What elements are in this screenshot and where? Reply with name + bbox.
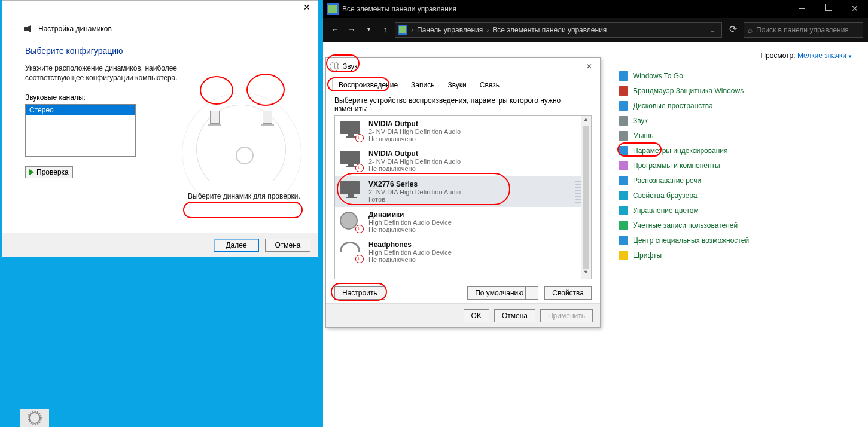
cp-item-label: Windows To Go: [633, 72, 683, 80]
device-row[interactable]: VX2776 Series2- NVIDIA High Definition A…: [335, 176, 591, 207]
wizard-header: ← Настройка динамиков: [2, 17, 318, 33]
audio-channels-list[interactable]: Стерео: [25, 104, 136, 157]
device-sub: 2- NVIDIA High Definition Audio: [368, 158, 461, 165]
channel-option-stereo[interactable]: Стерео: [26, 105, 135, 115]
ok-button[interactable]: OK: [464, 309, 489, 322]
cp-item[interactable]: Свойства браузера: [619, 188, 856, 203]
device-name: NVIDIA Output: [368, 150, 461, 158]
cancel-button[interactable]: Отмена: [494, 309, 535, 322]
device-row[interactable]: HeadphonesHigh Definition Audio DeviceНе…: [335, 237, 591, 267]
scroll-up-button[interactable]: ▲: [581, 116, 591, 126]
cp-item[interactable]: Центр специальных возможностей: [619, 233, 856, 248]
unplugged-badge-icon: [355, 255, 364, 263]
device-status: Не подключено: [368, 226, 452, 233]
wizard-title: Выберите конфигурацию: [25, 46, 303, 56]
device-sub: High Definition Audio Device: [368, 219, 452, 226]
search-box[interactable]: Поиск в панели управления: [744, 22, 863, 38]
device-sub: 2- NVIDIA High Definition Audio: [368, 128, 461, 135]
nav-up-button[interactable]: ↑: [378, 23, 392, 37]
cancel-button[interactable]: Отмена: [265, 239, 310, 252]
scrollbar[interactable]: ▲ ▼: [581, 116, 591, 279]
wizard-footer: Далее Отмена: [2, 233, 318, 257]
wizard-close-button[interactable]: ✕: [299, 1, 315, 15]
cp-item-icon: [619, 71, 628, 81]
unplugged-badge-icon: [355, 225, 364, 233]
device-icon: [340, 212, 363, 232]
set-default-label: По умолчанию: [475, 289, 523, 297]
cp-item-icon: [619, 221, 628, 230]
taskbar-settings-icon[interactable]: [20, 409, 49, 427]
search-placeholder: Поиск в панели управления: [756, 26, 849, 34]
cp-item-icon: [619, 116, 628, 126]
cp-item[interactable]: Дисковые пространства: [619, 98, 856, 113]
cp-item-icon: [619, 251, 628, 260]
play-icon: [29, 169, 34, 175]
device-row[interactable]: ДинамикиHigh Definition Audio DeviceНе п…: [335, 207, 591, 237]
scroll-down-button[interactable]: ▼: [581, 269, 591, 279]
cp-item-label: Параметры индексирования: [633, 147, 727, 155]
cp-titlebar[interactable]: Все элементы панели управления ✕: [323, 0, 868, 18]
device-row[interactable]: NVIDIA Output2- NVIDIA High Definition A…: [335, 116, 591, 146]
refresh-button[interactable]: ⟳: [724, 22, 741, 38]
device-status: Не подключено: [368, 165, 461, 172]
cp-item-label: Брандмауэр Защитника Windows: [633, 87, 744, 95]
device-icon: [340, 151, 363, 171]
cp-item[interactable]: Программы и компоненты: [619, 158, 856, 173]
device-row[interactable]: NVIDIA Output2- NVIDIA High Definition A…: [335, 146, 591, 176]
unplugged-badge-icon: [355, 134, 364, 142]
tab-recording[interactable]: Запись: [404, 78, 441, 92]
cp-item-icon: [619, 191, 628, 200]
cp-item[interactable]: Распознавание речи: [619, 173, 856, 188]
cp-titlebar-text: Все элементы панели управления: [342, 5, 456, 13]
nav-history-button[interactable]: ▾: [361, 23, 376, 37]
device-name: NVIDIA Output: [368, 120, 461, 128]
control-panel-window: Все элементы панели управления ✕ ← → ▾ ↑…: [323, 0, 868, 427]
address-bar[interactable]: › Панель управления › Все элементы панел…: [395, 22, 722, 38]
test-button[interactable]: Проверка: [25, 166, 73, 178]
view-value[interactable]: Мелкие значки: [797, 51, 846, 60]
device-status: Не подключено: [368, 135, 461, 142]
cp-item[interactable]: Windows To Go: [619, 68, 856, 83]
breadcrumb-2[interactable]: Все элементы панели управления: [492, 26, 607, 34]
sound-titlebar[interactable]: Звук ✕: [326, 58, 600, 75]
set-default-button[interactable]: По умолчанию: [467, 286, 538, 300]
cp-body: Просмотр: Мелкие значки▼ Windows To GoБр…: [323, 42, 868, 427]
speaker-left-icon[interactable]: [207, 111, 223, 131]
window-maximize-button[interactable]: [815, 0, 842, 18]
window-close-button[interactable]: ✕: [842, 0, 868, 18]
cp-item[interactable]: Шрифты: [619, 248, 856, 263]
sound-tabs: Воспроизведение Запись Звуки Связь: [326, 77, 600, 92]
chevron-down-icon: [529, 292, 534, 295]
cp-item[interactable]: Брандмауэр Защитника Windows: [619, 83, 856, 98]
tab-communications[interactable]: Связь: [473, 78, 506, 92]
sound-dialog: Звук ✕ Воспроизведение Запись Звуки Связ…: [325, 57, 601, 328]
apply-button[interactable]: Применить: [540, 309, 593, 322]
cp-item[interactable]: Управление цветом: [619, 203, 856, 218]
properties-button[interactable]: Свойства: [544, 286, 592, 300]
configure-button[interactable]: Настроить: [334, 286, 385, 300]
cp-item-label: Шрифты: [633, 251, 662, 260]
device-list[interactable]: NVIDIA Output2- NVIDIA High Definition A…: [334, 115, 592, 279]
breadcrumb-1[interactable]: Панель управления: [417, 26, 483, 34]
tab-playback[interactable]: Воспроизведение: [332, 78, 404, 92]
cp-item[interactable]: Параметры индексирования: [619, 143, 856, 158]
device-text: NVIDIA Output2- NVIDIA High Definition A…: [368, 150, 461, 172]
speaker-right-icon[interactable]: [260, 111, 275, 131]
view-selector[interactable]: Просмотр: Мелкие значки▼: [760, 51, 852, 60]
next-button[interactable]: Далее: [214, 239, 259, 252]
back-arrow-icon[interactable]: ←: [12, 25, 19, 33]
window-minimize-button[interactable]: [789, 0, 815, 18]
sound-close-button[interactable]: ✕: [582, 62, 596, 71]
address-drop-icon[interactable]: ⌄: [706, 26, 719, 34]
cp-item[interactable]: Учетные записи пользователей: [619, 218, 856, 233]
tab-sounds[interactable]: Звуки: [441, 78, 473, 92]
device-text: VX2776 Series2- NVIDIA High Definition A…: [368, 180, 461, 203]
cp-item-icon: [619, 146, 628, 155]
view-label: Просмотр:: [760, 51, 795, 60]
cp-item-label: Распознавание речи: [633, 176, 701, 185]
nav-back-button[interactable]: ←: [328, 23, 342, 37]
cp-item[interactable]: Звук: [619, 113, 856, 128]
scroll-thumb[interactable]: [583, 126, 589, 269]
nav-forward-button[interactable]: →: [345, 23, 359, 37]
cp-item[interactable]: Мышь: [619, 128, 856, 143]
